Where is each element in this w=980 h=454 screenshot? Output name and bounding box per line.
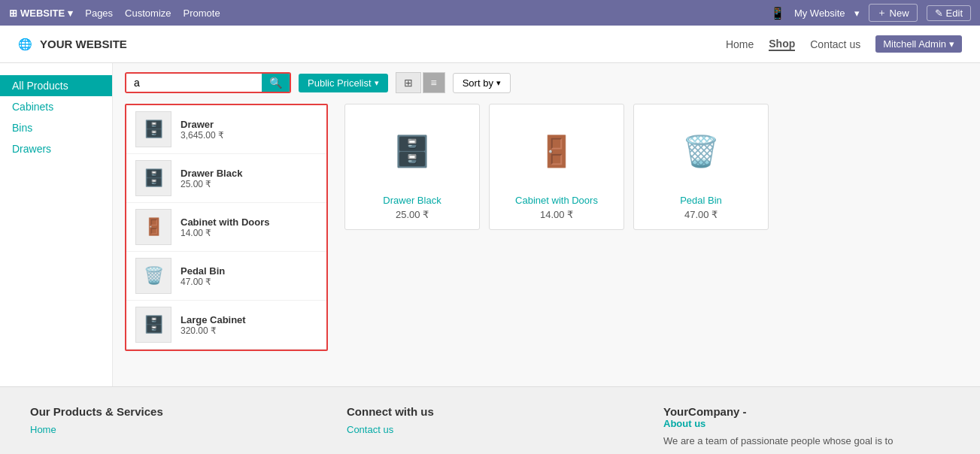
view-toggle: ⊞ ≡ xyxy=(396,72,445,93)
nav-brand[interactable]: ⊞ WEBSITE ▾ xyxy=(9,8,73,19)
contact-nav-link[interactable]: Contact us xyxy=(810,38,860,50)
footer-products-home-link[interactable]: Home xyxy=(30,424,317,435)
footer-company: YourCompany - About us We are a team of … xyxy=(663,405,950,446)
product-card-img-pedalbin: 🗑️ xyxy=(643,114,759,189)
top-nav-bar: ⊞ WEBSITE ▾ Pages Customize Promote 📱 My… xyxy=(0,0,980,26)
pricelist-button[interactable]: Public Pricelist xyxy=(299,74,388,92)
shop-nav-link[interactable]: Shop xyxy=(769,38,795,51)
promote-link[interactable]: Promote xyxy=(184,8,220,19)
product-card-img-cabinet: 🚪 xyxy=(499,114,614,189)
sidebar-item-drawers[interactable]: Drawers xyxy=(0,138,112,159)
new-button[interactable]: ＋ New xyxy=(869,4,918,22)
footer-about-link[interactable]: About us xyxy=(663,418,950,429)
product-card-price-pedalbin: 47.00 ₹ xyxy=(643,209,759,220)
top-nav-right: 📱 My Website ▾ ＋ New ✎ Edit xyxy=(770,4,971,22)
sidebar-item-bins[interactable]: Bins xyxy=(0,117,112,138)
result-name-pedalbin: Pedal Bin xyxy=(181,265,317,277)
top-nav-links: Pages Customize Promote xyxy=(85,8,220,19)
product-card-price-cabinet: 14.00 ₹ xyxy=(499,209,614,220)
product-card-img-drawer-black: 🗄️ xyxy=(354,114,470,189)
result-img-drawer-black: 🗄️ xyxy=(135,160,171,196)
site-logo-text: YOUR WEBSITE xyxy=(40,38,127,50)
result-price-drawer-black: 25.00 ₹ xyxy=(181,179,317,189)
result-price-cabinet: 14.00 ₹ xyxy=(181,228,317,238)
pages-link[interactable]: Pages xyxy=(85,8,113,19)
main-content: All Products Cabinets Bins Drawers 🔍 Pub… xyxy=(0,63,980,386)
search-button[interactable]: 🔍 xyxy=(262,74,290,92)
home-nav-link[interactable]: Home xyxy=(726,38,754,50)
result-img-cabinet: 🚪 xyxy=(135,209,171,245)
search-input[interactable] xyxy=(126,74,262,92)
shop-toolbar: 🔍 Public Pricelist ⊞ ≡ Sort by xyxy=(125,72,968,93)
shop-area: 🔍 Public Pricelist ⊞ ≡ Sort by 🗄️ D xyxy=(113,63,980,386)
search-result-pedalbin[interactable]: 🗑️ Pedal Bin 47.00 ₹ xyxy=(126,252,326,301)
result-img-large-cabinet: 🗄️ xyxy=(135,307,171,343)
mobile-icon: 📱 xyxy=(770,6,785,20)
edit-button[interactable]: ✎ Edit xyxy=(927,5,971,21)
admin-button[interactable]: Mitchell Admin ▾ xyxy=(875,35,962,53)
my-website-label[interactable]: My Website xyxy=(794,8,845,19)
product-card-price-drawer-black: 25.00 ₹ xyxy=(354,209,470,220)
footer-products-title: Our Products & Services xyxy=(30,405,317,418)
search-result-large-cabinet[interactable]: 🗄️ Large Cabinet 320.00 ₹ xyxy=(126,301,326,350)
result-name-cabinet: Cabinet with Doors xyxy=(181,216,317,228)
my-website-dropdown-icon: ▾ xyxy=(854,8,860,19)
footer-company-title: YourCompany - About us xyxy=(663,405,950,429)
result-price-large-cabinet: 320.00 ₹ xyxy=(181,325,317,336)
sidebar-item-all-products[interactable]: All Products xyxy=(0,75,112,96)
product-card-name-cabinet: Cabinet with Doors xyxy=(499,195,614,206)
product-card-drawer-black[interactable]: 🗄️ Drawer Black 25.00 ₹ xyxy=(344,104,480,230)
result-name-drawer-black: Drawer Black xyxy=(181,168,317,179)
sidebar: All Products Cabinets Bins Drawers xyxy=(0,63,113,386)
footer-products: Our Products & Services Home xyxy=(30,405,317,446)
product-card-cabinet[interactable]: 🚪 Cabinet with Doors 14.00 ₹ xyxy=(489,104,624,230)
plus-icon: ＋ xyxy=(877,6,887,20)
product-grid: 🗄️ Drawer 3,645.00 ₹ 🗄️ Drawer Black 25.… xyxy=(125,104,968,230)
result-name-large-cabinet: Large Cabinet xyxy=(181,314,317,325)
sortby-button[interactable]: Sort by xyxy=(453,73,511,93)
site-nav-right: Home Shop Contact us Mitchell Admin ▾ xyxy=(726,35,962,53)
footer-connect-contact-link[interactable]: Contact us xyxy=(347,424,633,435)
search-results-panel: 🗄️ Drawer 3,645.00 ₹ 🗄️ Drawer Black 25.… xyxy=(125,104,328,351)
footer-company-description: We are a team of passionate people whose… xyxy=(663,435,950,446)
result-price-drawer: 3,645.00 ₹ xyxy=(181,130,317,141)
search-result-cabinet[interactable]: 🚪 Cabinet with Doors 14.00 ₹ xyxy=(126,203,326,252)
sidebar-item-cabinets[interactable]: Cabinets xyxy=(0,96,112,117)
footer-connect-title: Connect with us xyxy=(347,405,633,418)
grid-view-button[interactable]: ⊞ xyxy=(396,72,421,93)
search-result-drawer-black[interactable]: 🗄️ Drawer Black 25.00 ₹ xyxy=(126,154,326,203)
footer-connect: Connect with us Contact us xyxy=(347,405,633,446)
website-label: WEBSITE xyxy=(20,8,65,19)
admin-dropdown-icon: ▾ xyxy=(949,38,954,50)
result-img-drawer: 🗄️ xyxy=(135,111,171,147)
globe-icon xyxy=(18,38,35,51)
product-card-pedalbin[interactable]: 🗑️ Pedal Bin 47.00 ₹ xyxy=(633,104,769,230)
search-icon: 🔍 xyxy=(269,77,282,89)
site-header: YOUR WEBSITE Home Shop Contact us Mitche… xyxy=(0,26,980,63)
site-logo: YOUR WEBSITE xyxy=(18,38,127,51)
website-grid-icon: ⊞ xyxy=(9,8,17,19)
search-box: 🔍 xyxy=(125,72,291,93)
customize-link[interactable]: Customize xyxy=(125,8,171,19)
result-price-pedalbin: 47.00 ₹ xyxy=(181,277,317,287)
search-result-drawer[interactable]: 🗄️ Drawer 3,645.00 ₹ xyxy=(126,105,326,154)
pencil-icon: ✎ xyxy=(935,8,943,19)
website-dropdown-icon: ▾ xyxy=(68,8,73,19)
list-view-button[interactable]: ≡ xyxy=(423,72,445,93)
result-name-drawer: Drawer xyxy=(181,119,317,130)
site-footer: Our Products & Services Home Connect wit… xyxy=(0,386,980,454)
product-card-name-drawer-black: Drawer Black xyxy=(354,195,470,206)
result-img-pedalbin: 🗑️ xyxy=(135,258,171,294)
product-card-name-pedalbin: Pedal Bin xyxy=(643,195,759,206)
